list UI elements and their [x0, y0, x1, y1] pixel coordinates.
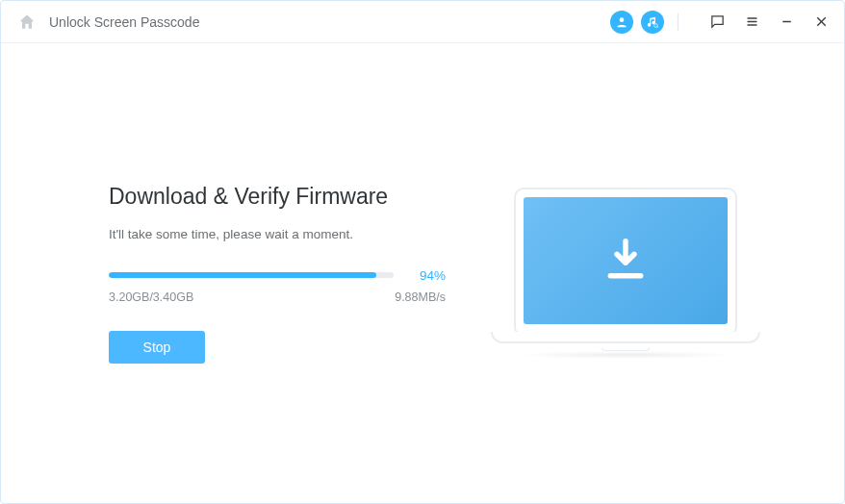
content: Download & Verify Firmware It'll take so…: [1, 43, 844, 503]
heading: Download & Verify Firmware: [109, 184, 465, 210]
menu-icon[interactable]: [742, 13, 761, 32]
minimize-icon[interactable]: [777, 13, 796, 32]
page-title: Unlock Screen Passcode: [49, 14, 199, 30]
illustration-panel: [465, 188, 786, 359]
progress-fill: [109, 272, 376, 278]
app-window: Unlock Screen Passcode Download & Verify…: [0, 0, 845, 504]
feedback-icon[interactable]: [707, 13, 727, 32]
titlebar: Unlock Screen Passcode: [1, 1, 844, 43]
download-icon: [600, 235, 652, 287]
account-icon[interactable]: [610, 11, 633, 34]
progress-size: 3.20GB/3.40GB: [109, 290, 193, 304]
progress-speed: 9.88MB/s: [395, 290, 446, 304]
subtitle: It'll take some time, please wait a mome…: [109, 227, 465, 241]
laptop-screen: [524, 197, 728, 324]
download-panel: Download & Verify Firmware It'll take so…: [109, 184, 465, 364]
home-icon[interactable]: [16, 12, 38, 33]
titlebar-divider: [678, 13, 679, 31]
music-search-icon[interactable]: [641, 11, 664, 34]
laptop-illustration: [491, 188, 760, 359]
progress-percent: 94%: [413, 268, 446, 283]
svg-line-2: [657, 26, 658, 27]
stop-button[interactable]: Stop: [109, 331, 205, 364]
close-icon[interactable]: [811, 13, 831, 32]
progress: 94% 3.20GB/3.40GB 9.88MB/s: [109, 268, 446, 304]
progress-track: [109, 272, 394, 278]
svg-point-0: [620, 17, 625, 22]
